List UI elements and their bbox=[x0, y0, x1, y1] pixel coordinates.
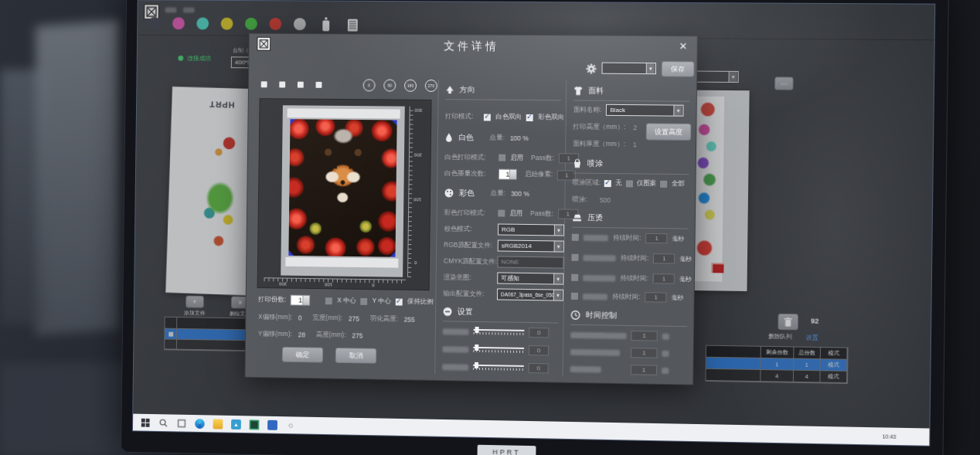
slider-row: 0 bbox=[442, 362, 549, 373]
photos-icon[interactable]: ▲ bbox=[231, 419, 241, 429]
press-checkbox[interactable] bbox=[571, 293, 578, 300]
press-row: 持续时间: 1 毫秒 bbox=[571, 291, 683, 303]
white-layer-stepper[interactable]: 1 bbox=[499, 169, 517, 180]
illegible-label bbox=[570, 331, 626, 338]
rgb-profile-select[interactable]: sRGB2014▾ bbox=[498, 239, 564, 252]
keep-ratio-checkbox[interactable] bbox=[396, 298, 403, 305]
press-duration-value[interactable]: 1 bbox=[653, 253, 675, 263]
illegible-label bbox=[583, 293, 607, 299]
setting-slider[interactable] bbox=[473, 345, 524, 354]
setting-value[interactable]: 0 bbox=[529, 363, 549, 373]
clamp-bar-top bbox=[288, 108, 400, 118]
rotate-180-button[interactable]: 180 bbox=[404, 80, 417, 92]
press-duration-value[interactable]: 1 bbox=[645, 233, 667, 243]
tool-square-icon[interactable] bbox=[279, 81, 285, 87]
tray-icon[interactable]: ◇ bbox=[286, 420, 296, 430]
feather-value[interactable]: 255 bbox=[404, 316, 415, 324]
file-explorer-icon[interactable] bbox=[213, 419, 223, 429]
press-duration-value[interactable]: 1 bbox=[645, 292, 666, 302]
ruler-label: 200 bbox=[279, 281, 287, 286]
taskbar-clock[interactable]: 10:43 bbox=[882, 433, 896, 439]
cancel-button[interactable]: 取消 bbox=[335, 348, 377, 364]
rotate-90-button[interactable]: 90 bbox=[383, 80, 396, 92]
white-enable-checkbox[interactable] bbox=[499, 154, 505, 161]
preset-select[interactable]: ▾ bbox=[601, 63, 656, 75]
x-offset-value[interactable]: 0 bbox=[298, 314, 302, 321]
ruler-label: 100 bbox=[413, 197, 421, 202]
copies-stepper[interactable]: 1 bbox=[291, 295, 311, 306]
file-details-dialog: 文件详情 ✕ ▾ 保存 bbox=[244, 33, 697, 385]
print-preview-canvas[interactable]: 300 200 100 0 200 100 0 bbox=[257, 98, 432, 290]
gear-icon[interactable] bbox=[586, 64, 596, 74]
output-profile-select[interactable]: DA067_3pass_6se_050▾ bbox=[497, 288, 563, 301]
press-row: 持续时间: 1 毫秒 bbox=[572, 233, 684, 244]
fabric-name-select[interactable]: Black▾ bbox=[606, 104, 684, 117]
x-center-checkbox[interactable] bbox=[325, 297, 332, 304]
press-checkbox[interactable] bbox=[571, 274, 578, 281]
section-settings: 设置 bbox=[443, 306, 559, 323]
rotation-buttons: 0 90 180 270 bbox=[363, 79, 437, 92]
spray-value[interactable]: 500 bbox=[600, 196, 611, 204]
press-row: 持续时间: 1 毫秒 bbox=[571, 253, 691, 264]
monitor: HPRT bbox=[121, 0, 949, 455]
timing-value[interactable]: 1 bbox=[631, 365, 657, 375]
setting-slider[interactable] bbox=[473, 363, 524, 372]
press-checkbox[interactable] bbox=[572, 234, 579, 241]
timing-value[interactable]: 1 bbox=[631, 348, 657, 358]
print-height-value[interactable]: 2 bbox=[633, 124, 637, 131]
tool-square-icon[interactable] bbox=[315, 82, 322, 88]
calib-row: 校色模式: RGB▾ bbox=[444, 223, 564, 236]
timing-row: 1 bbox=[570, 330, 669, 341]
white-bidi-checkbox[interactable] bbox=[484, 114, 491, 121]
app-icon-blue[interactable] bbox=[267, 419, 277, 430]
y-center-checkbox[interactable] bbox=[361, 297, 368, 304]
edge-icon[interactable] bbox=[195, 419, 205, 429]
height-value[interactable]: 275 bbox=[352, 331, 362, 339]
tool-square-icon[interactable] bbox=[298, 82, 304, 88]
ok-button[interactable]: 确定 bbox=[282, 347, 323, 363]
illegible-unit bbox=[662, 350, 669, 356]
spray-all-checkbox[interactable] bbox=[660, 180, 667, 187]
setting-slider[interactable] bbox=[474, 328, 525, 336]
render-intent-select[interactable]: 可感知▾ bbox=[497, 272, 563, 284]
section-white: 白色 总量: 100 % bbox=[445, 132, 561, 148]
press-duration-value[interactable]: 1 bbox=[653, 273, 675, 284]
illegible-unit bbox=[662, 333, 669, 339]
search-icon[interactable] bbox=[158, 418, 168, 428]
press-checkbox[interactable] bbox=[571, 254, 578, 261]
timing-row: 1 bbox=[570, 364, 669, 375]
chevron-down-icon: ▾ bbox=[674, 106, 682, 116]
bucket-icon bbox=[573, 159, 582, 168]
app-icon-green[interactable] bbox=[250, 419, 260, 430]
tool-square-icon[interactable] bbox=[261, 81, 267, 87]
color-bidi-checkbox[interactable] bbox=[526, 114, 533, 121]
spray-none-checkbox[interactable] bbox=[604, 180, 611, 187]
calib-mode-select[interactable]: RGB▾ bbox=[498, 224, 564, 236]
spray-pattern-checkbox[interactable] bbox=[626, 180, 633, 187]
task-view-icon[interactable] bbox=[177, 418, 187, 428]
y-offset-value[interactable]: 28 bbox=[298, 331, 305, 338]
setting-value[interactable]: 0 bbox=[529, 345, 549, 355]
clock-icon bbox=[571, 311, 580, 320]
color-total-value[interactable]: 300 % bbox=[511, 190, 529, 198]
copies-row: 打印份数: 1 X 中心 Y 中心 保持比例 bbox=[258, 294, 433, 307]
printer-silhouette bbox=[36, 20, 119, 335]
illegible-label bbox=[442, 346, 468, 353]
close-dialog-icon[interactable]: ✕ bbox=[679, 40, 687, 52]
set-height-button[interactable]: 设置高度 bbox=[646, 123, 692, 141]
illegible-label bbox=[570, 365, 601, 372]
illegible-label bbox=[442, 364, 468, 371]
white-total-value[interactable]: 100 % bbox=[510, 134, 529, 142]
section-fabric: 面料 bbox=[573, 85, 690, 101]
fabric-thickness-value[interactable]: 1 bbox=[633, 141, 637, 148]
color-enable-checkbox[interactable] bbox=[498, 210, 505, 217]
save-button[interactable]: 保存 bbox=[662, 61, 695, 76]
tshirt-icon bbox=[573, 86, 583, 95]
artwork-fox-roses bbox=[288, 119, 396, 256]
rotate-270-button[interactable]: 270 bbox=[425, 80, 437, 92]
width-value[interactable]: 275 bbox=[349, 314, 359, 322]
start-button[interactable] bbox=[141, 417, 151, 427]
rotate-0-button[interactable]: 0 bbox=[363, 79, 376, 91]
timing-value[interactable]: 1 bbox=[631, 331, 657, 341]
setting-value[interactable]: 0 bbox=[529, 328, 549, 338]
